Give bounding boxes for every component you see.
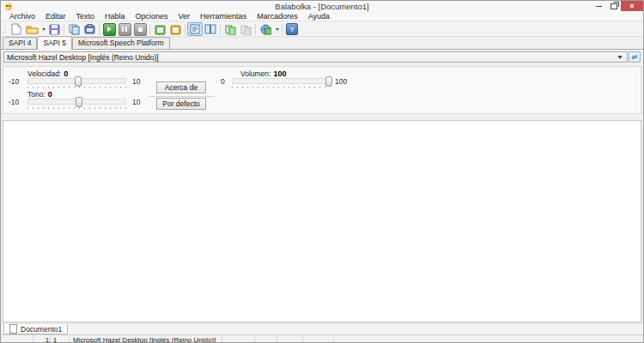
save-audio-button[interactable] [152, 22, 167, 36]
document-icon [9, 324, 17, 334]
text-view-toggle[interactable] [187, 22, 203, 36]
button-divider [149, 96, 215, 97]
menu-bar: Archivo Editar Texto Habla Opciones Ver … [1, 12, 643, 21]
compare-files-disabled-button[interactable] [238, 22, 253, 36]
speed-slider-ticks [27, 87, 126, 88]
pitch-slider-ticks [27, 107, 126, 109]
menu-marcadores[interactable]: Marcadores [252, 12, 303, 21]
chevron-down-icon [42, 28, 46, 31]
split-view-button[interactable] [203, 22, 218, 36]
open-file-dropdown[interactable] [39, 22, 46, 36]
open-file-button[interactable] [24, 22, 39, 36]
refresh-icon: ⇄ [632, 54, 638, 61]
paste-icon [84, 24, 95, 35]
play-icon [103, 23, 116, 36]
text-editor-area[interactable] [3, 120, 641, 322]
split-view-icon [204, 24, 216, 34]
document-tab[interactable]: Documento1 [3, 324, 68, 334]
compare-files-icon [225, 24, 236, 35]
new-document-button[interactable] [9, 22, 24, 36]
toolbar-grip[interactable] [3, 24, 6, 34]
volume-slider-ticks [232, 87, 330, 88]
menu-herramientas[interactable]: Herramientas [195, 12, 252, 21]
voice-settings-panel: Velocidad:0 -10 10 Tono:0 -10 10 Acerca … [3, 66, 641, 114]
help-button[interactable]: ? [284, 22, 300, 36]
stop-button[interactable] [132, 22, 148, 36]
title-bar: Balabolka - [Documento1] × [1, 1, 643, 12]
toolbar-separator [149, 24, 150, 35]
volume-min: 0 [221, 77, 225, 86]
volume-slider-handle[interactable] [325, 76, 332, 87]
toolbar-separator [185, 24, 185, 35]
voice-select[interactable]: Microsoft Hazel Desktop [Inglés (Reino U… [3, 51, 628, 63]
volume-max: 100 [335, 77, 347, 86]
about-voice-button[interactable]: Acerca de [156, 81, 206, 93]
close-button[interactable]: × [621, 1, 643, 11]
voice-select-value: Microsoft Hazel Desktop [Inglés (Reino U… [4, 53, 617, 62]
speed-slider[interactable] [27, 78, 126, 84]
menu-ver[interactable]: Ver [173, 12, 196, 21]
tab-sapi5[interactable]: SAPI 5 [37, 36, 71, 50]
toolbar-separator [255, 24, 256, 35]
minimize-button[interactable] [592, 1, 606, 11]
restore-button[interactable] [606, 1, 621, 11]
document-tab-bar: Documento1 [1, 323, 643, 334]
refresh-voices-button[interactable]: ⇄ [629, 51, 641, 63]
status-bar: 1: 1 Microsoft Hazel Desktop [Inglés (Re… [1, 334, 643, 343]
status-cell-empty [334, 335, 643, 343]
compare-files-button[interactable] [222, 22, 238, 36]
status-current-voice: Microsoft Hazel Desktop [Inglés (Reino U… [70, 335, 222, 343]
volume-value: 100 [273, 69, 286, 78]
toolbar: ? [1, 22, 643, 37]
default-settings-label: Por defecto [162, 99, 199, 108]
menu-ayuda[interactable]: Ayuda [303, 12, 335, 21]
pitch-slider[interactable] [27, 99, 126, 105]
tab-label: SAPI 4 [9, 39, 31, 47]
pause-button[interactable] [117, 22, 132, 36]
document-tab-label: Documento1 [21, 325, 62, 334]
speed-value: 0 [64, 69, 68, 78]
toolbar-separator [220, 24, 221, 35]
status-cell-empty [303, 335, 334, 343]
open-audio-icon [170, 24, 181, 35]
speed-slider-handle[interactable] [75, 76, 82, 87]
minimize-icon [596, 6, 602, 7]
pitch-max: 10 [132, 98, 140, 106]
help-icon: ? [286, 23, 298, 35]
save-file-button[interactable] [46, 22, 62, 36]
speed-label: Velocidad:0 [27, 69, 68, 78]
app-window: Balabolka - [Documento1] × Archivo Edita… [0, 0, 644, 343]
pitch-slider-handle[interactable] [76, 97, 82, 107]
menu-archivo[interactable]: Archivo [4, 12, 40, 21]
menu-texto[interactable]: Texto [71, 12, 100, 21]
voice-selector-row: Microsoft Hazel Desktop [Inglés (Reino U… [1, 50, 643, 64]
status-cell-empty [255, 335, 277, 343]
status-cursor-position: 1: 1 [33, 335, 70, 343]
stop-icon [134, 23, 147, 36]
chevron-down-icon [617, 56, 623, 59]
tab-microsoft-speech-platform[interactable]: Microsoft Speech Platform [72, 37, 170, 49]
window-controls: × [592, 1, 643, 11]
pitch-label: Tono:0 [27, 90, 52, 99]
pitch-min: -10 [9, 98, 19, 106]
close-icon: × [629, 3, 634, 10]
menu-habla[interactable]: Habla [100, 12, 131, 21]
save-audio-icon [155, 24, 166, 35]
tab-sapi4[interactable]: SAPI 4 [3, 37, 37, 49]
status-cell-empty [277, 335, 303, 343]
toolbar-separator [99, 24, 100, 35]
menu-editar[interactable]: Editar [40, 12, 71, 21]
open-audio-button[interactable] [167, 22, 183, 36]
toolbar-separator [64, 24, 64, 35]
default-settings-button[interactable]: Por defecto [156, 98, 206, 110]
chevron-down-icon [276, 28, 279, 31]
menu-opciones[interactable]: Opciones [131, 12, 173, 21]
language-tools-button[interactable] [258, 22, 273, 36]
tab-label: Microsoft Speech Platform [78, 39, 164, 47]
paste-button[interactable] [82, 22, 97, 36]
volume-slider[interactable] [232, 78, 330, 84]
play-button[interactable] [101, 22, 117, 36]
window-title: Balabolka - [Documento1] [1, 2, 643, 11]
language-tools-dropdown[interactable] [273, 22, 280, 36]
copy-button[interactable] [66, 22, 82, 36]
